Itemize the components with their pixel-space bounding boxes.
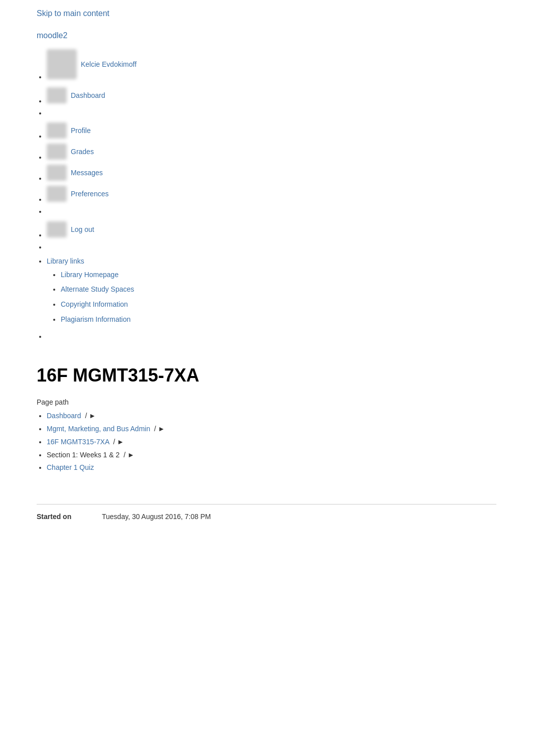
main-content: 16F MGMT315-7XA Page path Dashboard / ► … [0,345,533,541]
skip-to-main-link[interactable]: Skip to main content [37,9,109,18]
started-on-value: Tuesday, 30 August 2016, 7:08 PM [102,513,211,521]
nav-item-logout: Log out [47,219,533,239]
breadcrumb-course-link[interactable]: 16F MGMT315-7XA [47,438,109,446]
breadcrumb-arrow-3: / ► [113,438,124,446]
nav-item-empty-4 [47,330,533,343]
user-avatar-large [47,49,77,79]
breadcrumb: Dashboard / ► Mgmt, Marketing, and Bus A… [37,410,496,474]
library-subitem-homepage: Library Homepage [61,268,533,282]
navigation: Kelcie Evdokimoff Dashboard Profile Grad… [0,48,533,343]
preferences-link[interactable]: Preferences [71,188,108,199]
library-subitem-study-spaces: Alternate Study Spaces [61,283,533,297]
breadcrumb-arrow-4: / ► [123,451,135,459]
dashboard-link[interactable]: Dashboard [71,90,105,101]
page-title: 16F MGMT315-7XA [37,365,496,386]
messages-link[interactable]: Messages [71,167,103,178]
nav-item-dashboard: Dashboard [47,85,533,105]
breadcrumb-arrow-2: / ► [154,425,165,433]
messages-icon [47,165,67,181]
nav-item-username: Kelcie Evdokimoff [47,48,533,84]
breadcrumb-dashboard-link[interactable]: Dashboard [47,412,81,420]
nav-item-empty-3 [47,240,533,254]
library-homepage-link[interactable]: Library Homepage [61,271,118,279]
username-link[interactable]: Kelcie Evdokimoff [81,59,137,70]
logout-link[interactable]: Log out [71,224,94,235]
breadcrumb-quiz-link[interactable]: Chapter 1 Quiz [47,463,94,471]
library-subitem-plagiarism: Plagiarism Information [61,313,533,327]
nav-item-grades: Grades [47,142,533,162]
breadcrumb-mgmt-link[interactable]: Mgmt, Marketing, and Bus Admin [47,425,150,433]
brand-link[interactable]: moodle2 [37,31,67,40]
library-subitem-copyright: Copyright Information [61,298,533,312]
plagiarism-information-link[interactable]: Plagiarism Information [61,315,130,323]
logout-icon [47,221,67,237]
preferences-icon [47,186,67,202]
profile-link[interactable]: Profile [71,125,91,136]
copyright-information-link[interactable]: Copyright Information [61,300,128,308]
started-on-info: Started on Tuesday, 30 August 2016, 7:08… [37,504,496,521]
nav-item-library-links: Library links Library Homepage Alternate… [47,255,533,329]
nav-item-profile: Profile [47,120,533,141]
nav-list: Kelcie Evdokimoff Dashboard Profile Grad… [37,48,533,343]
nav-item-messages: Messages [47,163,533,183]
dashboard-icon [47,87,67,103]
page-path-label: Page path [37,398,496,406]
nav-item-preferences: Preferences [47,184,533,204]
breadcrumb-item-quiz: Chapter 1 Quiz [47,462,496,474]
library-sublist: Library Homepage Alternate Study Spaces … [47,268,533,327]
breadcrumb-item-dashboard: Dashboard / ► [47,410,496,422]
nav-item-empty-1 [47,106,533,119]
breadcrumb-section-text: Section 1: Weeks 1 & 2 [47,451,119,459]
breadcrumb-item-section: Section 1: Weeks 1 & 2 / ► [47,449,496,461]
breadcrumb-item-course: 16F MGMT315-7XA / ► [47,436,496,448]
started-on-label: Started on [37,513,102,521]
breadcrumb-arrow-1: / ► [85,412,96,420]
grades-icon [47,144,67,160]
grades-link[interactable]: Grades [71,146,94,157]
profile-icon [47,122,67,139]
alternate-study-spaces-link[interactable]: Alternate Study Spaces [61,285,134,293]
breadcrumb-item-mgmt: Mgmt, Marketing, and Bus Admin / ► [47,423,496,435]
library-links-link[interactable]: Library links [47,257,84,265]
nav-item-empty-2 [47,205,533,218]
